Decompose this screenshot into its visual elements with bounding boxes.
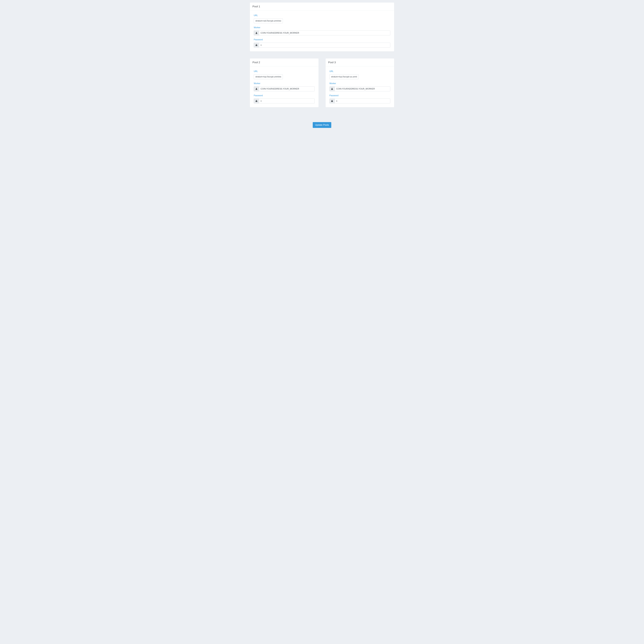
user-icon: [329, 86, 335, 91]
pool-1-url-input[interactable]: [254, 18, 283, 23]
lock-icon: [329, 99, 335, 103]
update-pools-button[interactable]: Update Pools: [313, 122, 331, 128]
pool-3-password-label: Password: [329, 94, 390, 97]
pool-3-password-input[interactable]: [335, 99, 390, 103]
user-icon: [254, 31, 259, 35]
pool-2-password-input[interactable]: [259, 99, 315, 103]
pool-2-worker-label: Worker: [254, 82, 315, 85]
pool-1-card: Pool 1 URL Worker Password: [250, 3, 394, 51]
pool-3-url-input[interactable]: [329, 74, 359, 79]
pool-1-title: Pool 1: [250, 3, 394, 10]
pool-2-title: Pool 2: [250, 58, 319, 66]
pool-3-worker-label: Worker: [329, 82, 390, 85]
pool-1-url-label: URL: [254, 14, 390, 17]
lock-icon: [254, 43, 259, 48]
pool-1-password-label: Password: [254, 39, 390, 41]
pool-2-card: Pool 2 URL Worker: [250, 58, 319, 107]
pool-1-password-input[interactable]: [259, 43, 390, 48]
pool-3-title: Pool 3: [326, 58, 394, 66]
lock-icon: [254, 99, 259, 103]
pool-2-password-label: Password: [254, 94, 315, 97]
pool-2-url-label: URL: [254, 70, 315, 73]
pool-3-card: Pool 3 URL Worker: [326, 58, 394, 107]
pool-1-worker-input[interactable]: [259, 31, 390, 35]
user-icon: [254, 86, 259, 91]
pool-2-url-input[interactable]: [254, 74, 283, 79]
pool-3-worker-input[interactable]: [335, 86, 390, 91]
pool-3-url-label: URL: [329, 70, 390, 73]
pool-1-worker-label: Worker: [254, 26, 390, 29]
pool-2-worker-input[interactable]: [259, 86, 315, 91]
